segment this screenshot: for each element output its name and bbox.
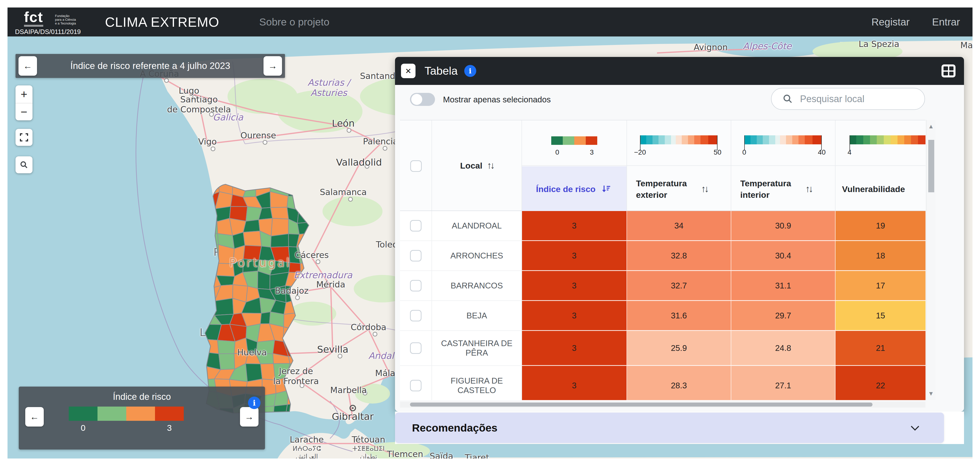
navbar: fct Fundação para a Ciência e a Tecnolog… [8, 8, 972, 36]
select-all-checkbox[interactable] [410, 160, 422, 172]
legend-info-button[interactable]: i [248, 396, 261, 409]
temp-int-cell: 29.7 [731, 301, 835, 331]
row-checkbox[interactable] [410, 220, 422, 231]
temp-ext-cell: 25.9 [627, 331, 731, 366]
show-selected-toggle[interactable] [410, 93, 435, 106]
vuln-column-header[interactable]: 4 Vulnerabilidade [835, 120, 926, 211]
panel-info-button[interactable]: i [464, 65, 476, 77]
project-code: DSAIPA/DS/0111/2019 [15, 28, 81, 36]
legend-title: Índice de risco [19, 392, 265, 402]
legend-prev-button[interactable]: ← [25, 407, 44, 426]
temp-int-cell: 31.1 [731, 271, 835, 301]
arrow-right-icon: → [245, 412, 254, 422]
fct-logo-mark: fct [24, 10, 43, 27]
legend-color-scale [69, 407, 184, 421]
sort-icon: ↑↓ [701, 184, 708, 194]
sort-icon: ↑↓ [487, 160, 493, 171]
date-control-label: Índice de risco referente a 4 julho 2023 [40, 61, 261, 71]
table-panel-header: ✕ Tabela i [395, 57, 964, 85]
login-link[interactable]: Entrar [932, 16, 960, 28]
sort-icon: ↑↓ [805, 184, 812, 194]
risk-cell: 3 [522, 331, 627, 366]
temp-ext-column-header[interactable]: −20 50 Temperatura exterior ↑↓ [627, 120, 731, 211]
horizontal-scroll-thumb[interactable] [410, 403, 872, 407]
info-icon: i [253, 399, 256, 407]
horizontal-scrollbar[interactable] [400, 401, 926, 407]
temp-ext-cell: 31.6 [627, 301, 731, 331]
map-search-button[interactable] [16, 156, 32, 173]
table-header: Local ↑↓ 0 3 Índice de risco [400, 120, 926, 211]
zoom-out-button[interactable]: − [16, 103, 32, 120]
table-panel: ✕ Tabela i Mostrar apenas selecionados L… [395, 57, 964, 412]
scroll-down-arrow[interactable]: ▼ [926, 390, 935, 397]
row-checkbox[interactable] [410, 342, 422, 354]
vuln-cell: 15 [835, 301, 926, 331]
temp-int-color-scale [744, 135, 822, 144]
temp-int-column-header[interactable]: 0 40 Temperatura interior ↑↓ [731, 120, 835, 211]
risk-legend: Índice de risco ← 0 3 → [19, 387, 265, 450]
local-column-header[interactable]: Local ↑↓ [432, 120, 522, 211]
temp-int-scale-max: 40 [818, 148, 826, 156]
local-cell: ARRONCHES [432, 241, 522, 271]
close-panel-button[interactable]: ✕ [401, 64, 415, 78]
date-next-button[interactable]: → [264, 56, 282, 76]
date-prev-button[interactable]: ← [19, 56, 37, 76]
table-row[interactable]: ARRONCHES 3 32.8 30.4 18 [400, 241, 926, 271]
close-icon: ✕ [405, 67, 411, 75]
gibraltar-marker-dot [352, 407, 354, 409]
select-all-column [400, 120, 432, 211]
search-icon [19, 160, 29, 169]
zoom-in-button[interactable]: + [16, 86, 32, 103]
risk-column-label: Índice de risco [536, 183, 595, 195]
table-row[interactable]: CASTANHEIRA DE PÊRA 3 25.9 24.8 21 [400, 331, 926, 366]
vertical-scrollbar[interactable]: ▲ ▼ [926, 120, 935, 400]
temp-int-scale-min: 0 [742, 148, 746, 156]
row-checkbox[interactable] [410, 280, 422, 292]
sort-desc-icon [601, 184, 611, 194]
table-row[interactable]: FIGUEIRA DE CASTELO 3 28.3 27.1 22 [400, 366, 926, 400]
row-checkbox[interactable] [410, 380, 422, 392]
local-cell: FIGUEIRA DE CASTELO [432, 366, 522, 400]
toggle-knob [411, 94, 422, 105]
vuln-column-label: Vulnerabilidade [842, 183, 905, 195]
table-row[interactable]: BEJA 3 31.6 29.7 15 [400, 301, 926, 331]
local-search [771, 88, 925, 110]
risk-scale-min: 0 [555, 148, 559, 156]
fullscreen-button[interactable] [16, 129, 32, 146]
vuln-cell: 22 [835, 366, 926, 400]
nav-link-about[interactable]: Sobre o projeto [259, 16, 329, 28]
vertical-scroll-thumb[interactable] [928, 140, 934, 192]
register-link[interactable]: Registar [872, 16, 910, 28]
risk-cell: 3 [522, 301, 627, 331]
zoom-control: + − [16, 86, 32, 120]
legend-min-label: 0 [69, 423, 97, 433]
local-cell: BARRANCOS [432, 271, 522, 301]
arrow-left-icon: ← [30, 412, 39, 422]
recommendations-accordion[interactable]: Recomendações [395, 412, 944, 443]
temp-ext-scale-max: 50 [713, 148, 721, 156]
scroll-up-arrow[interactable]: ▲ [926, 123, 935, 130]
legend-next-button[interactable]: → [240, 407, 258, 426]
risk-cell: 3 [522, 241, 627, 271]
temp-int-cell: 30.9 [731, 211, 835, 241]
temp-ext-scale-min: −20 [634, 148, 646, 156]
risk-color-scale [551, 136, 597, 145]
table-row[interactable]: ALANDROAL 3 34 30.9 19 [400, 211, 926, 241]
panel-title: Tabela [425, 65, 458, 78]
vuln-cell: 18 [835, 241, 926, 271]
table-view-button[interactable] [942, 65, 956, 78]
chevron-down-icon [908, 421, 921, 434]
app-title: CLIMA EXTREMO [105, 14, 219, 30]
row-checkbox[interactable] [410, 250, 422, 262]
vuln-color-scale [850, 135, 926, 144]
arrow-right-icon: → [268, 61, 277, 71]
fct-logo[interactable]: fct Fundação para a Ciência e a Tecnolog… [15, 8, 97, 36]
table-body: ALANDROAL 3 34 30.9 19 ARRONCHES 3 32.8 … [400, 211, 926, 400]
risk-column-header[interactable]: 0 3 Índice de risco [522, 120, 627, 211]
temp-ext-cell: 34 [627, 211, 731, 241]
local-cell: ALANDROAL [432, 211, 522, 241]
show-selected-label: Mostrar apenas selecionados [443, 95, 551, 105]
table-row[interactable]: BARRANCOS 3 32.7 31.1 17 [400, 271, 926, 301]
row-checkbox[interactable] [410, 310, 422, 322]
search-input[interactable] [800, 94, 910, 105]
